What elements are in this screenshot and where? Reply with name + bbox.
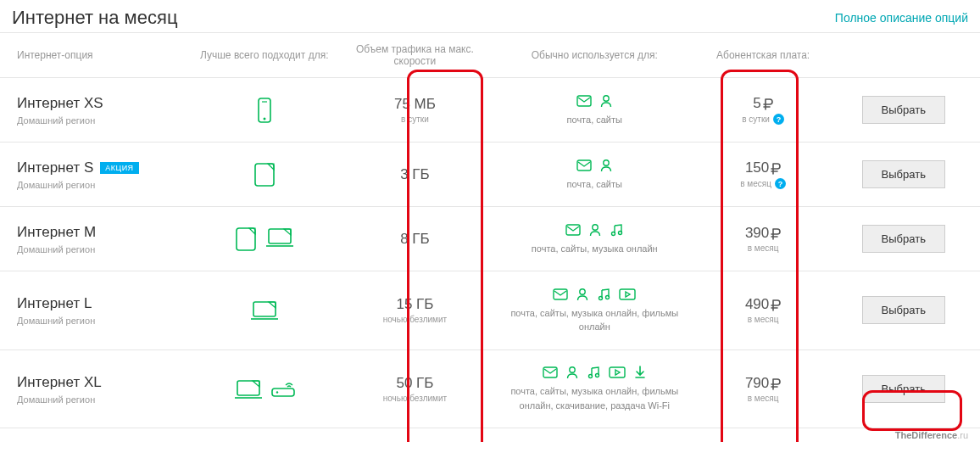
price-period: в сутки? — [706, 114, 821, 125]
volume-value: 3 ГБ — [347, 166, 483, 183]
plan-region: Домашний регион — [17, 180, 181, 190]
user-icon — [589, 222, 601, 237]
svg-rect-3 — [577, 96, 591, 106]
table-row: Интернет LДомашний регион15 ГБночью безл… — [0, 271, 980, 350]
plan-name: Интернет M — [17, 224, 181, 241]
usage-text: почта, сайты — [497, 177, 693, 192]
svg-rect-15 — [554, 289, 567, 299]
mail-icon — [565, 222, 581, 237]
col-usage: Обычно используется для: — [490, 33, 699, 78]
price-value: 150 — [706, 159, 821, 176]
volume-value: 8 ГБ — [347, 231, 483, 248]
tablet-icon — [234, 226, 258, 252]
volume-sub: ночью безлимит — [347, 315, 483, 324]
svg-rect-20 — [237, 381, 259, 395]
svg-point-26 — [596, 374, 599, 377]
info-icon[interactable]: ? — [775, 178, 786, 189]
svg-rect-9 — [269, 229, 291, 243]
router-icon — [270, 378, 296, 400]
plan-region: Домашний регион — [17, 244, 181, 254]
user-icon — [566, 366, 578, 380]
tablet-icon — [253, 162, 276, 187]
price-period: в месяц — [706, 315, 821, 324]
col-volume: Объем трафика на макс. скорости — [340, 33, 490, 78]
svg-point-11 — [593, 224, 598, 229]
plan-name: Интернет XS — [17, 95, 181, 112]
user-icon — [600, 158, 612, 172]
svg-rect-6 — [577, 160, 591, 171]
svg-rect-21 — [272, 389, 294, 396]
table-row: Интернет SАКЦИЯДомашний регион3 ГБпочта,… — [0, 143, 980, 207]
volume-value: 75 МБ — [347, 96, 483, 113]
phone-icon — [256, 98, 273, 123]
price-period: в месяц — [706, 243, 821, 253]
svg-point-12 — [612, 232, 615, 235]
svg-point-17 — [599, 296, 603, 299]
svg-rect-23 — [543, 367, 557, 377]
price-value: 790 — [706, 375, 821, 392]
svg-point-13 — [619, 231, 622, 234]
svg-point-24 — [570, 367, 575, 372]
plans-table: Интернет-опция Лучше всего подходит для:… — [0, 32, 980, 428]
volume-value: 15 ГБ — [347, 296, 483, 313]
mail-icon — [576, 158, 592, 172]
plan-region: Домашний регион — [17, 115, 181, 126]
volume-sub: в сутки — [347, 115, 483, 124]
music-icon — [587, 366, 600, 380]
info-icon[interactable]: ? — [773, 114, 784, 125]
download-icon — [634, 366, 646, 380]
select-button[interactable]: Выбрать — [862, 160, 945, 188]
music-icon — [597, 287, 610, 301]
select-button[interactable]: Выбрать — [862, 96, 945, 124]
table-row: Интернет MДомашний регион8 ГБпочта, сайт… — [0, 207, 980, 271]
volume-value: 50 ГБ — [347, 375, 483, 392]
plan-name: Интернет SАКЦИЯ — [17, 159, 181, 176]
svg-rect-10 — [566, 225, 580, 235]
price-value: 390 — [706, 225, 821, 242]
col-bestfor: Лучше всего подходит для: — [188, 33, 340, 78]
ruble-icon — [771, 296, 781, 313]
laptop-icon — [233, 378, 264, 400]
select-button[interactable]: Выбрать — [862, 375, 945, 403]
plan-region: Домашний регион — [17, 394, 181, 405]
laptop-icon — [264, 226, 295, 252]
svg-rect-19 — [620, 289, 635, 299]
col-price: Абонентская плата: — [699, 33, 827, 78]
table-row: Интернет XSДомашний регион75 МБв суткипо… — [0, 78, 980, 143]
svg-point-18 — [606, 295, 610, 299]
svg-point-25 — [589, 375, 593, 378]
svg-point-7 — [604, 159, 609, 165]
price-period: в месяц? — [706, 178, 821, 189]
ruble-icon — [771, 159, 781, 176]
svg-point-22 — [276, 391, 278, 393]
laptop-icon — [249, 299, 280, 321]
full-description-link[interactable]: Полное описание опций — [835, 11, 968, 25]
user-icon — [576, 287, 588, 301]
mail-icon — [576, 93, 592, 108]
price-value: 5 — [706, 95, 821, 112]
user-icon — [600, 93, 612, 108]
footer-credit: TheDifference.ru — [0, 428, 980, 442]
mail-icon — [553, 287, 568, 301]
svg-rect-27 — [610, 367, 625, 377]
usage-text: почта, сайты, музыка онлайн — [497, 242, 693, 256]
plan-region: Домашний регион — [17, 316, 181, 326]
video-icon — [619, 287, 636, 301]
usage-text: почта, сайты, музыка онлайн, фильмы онла… — [497, 384, 693, 412]
price-period: в месяц — [706, 394, 821, 403]
volume-sub: ночью безлимит — [347, 394, 483, 403]
plan-name: Интернет XL — [17, 374, 181, 391]
svg-point-4 — [604, 95, 609, 100]
mail-icon — [543, 366, 558, 380]
price-value: 490 — [706, 296, 821, 313]
music-icon — [610, 222, 623, 237]
svg-point-1 — [263, 117, 265, 120]
page-title: Интернет на месяц — [12, 7, 177, 29]
svg-point-16 — [580, 289, 585, 294]
select-button[interactable]: Выбрать — [862, 225, 945, 253]
select-button[interactable]: Выбрать — [862, 296, 945, 324]
ruble-icon — [763, 95, 773, 112]
ruble-icon — [771, 225, 781, 242]
usage-text: почта, сайты — [497, 113, 693, 127]
usage-text: почта, сайты, музыка онлайн, фильмы онла… — [497, 306, 693, 334]
